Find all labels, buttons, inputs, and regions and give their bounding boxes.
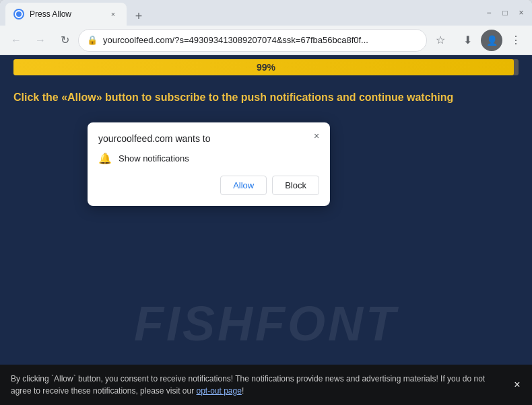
window-close-button[interactable]: × xyxy=(516,7,527,18)
active-tab[interactable]: Press Allow × xyxy=(5,3,127,26)
tab-favicon xyxy=(13,9,24,20)
allow-button[interactable]: Allow xyxy=(220,176,267,195)
tab-close-button[interactable]: × xyxy=(108,9,119,20)
notification-popup: × yourcoolfeed.com wants to 🔔 Show notif… xyxy=(88,122,330,206)
watermark: FISHFONT xyxy=(0,296,532,351)
progress-bar: 99% xyxy=(13,59,519,75)
banner-text-part1: By clicking `Allow` button, you consent … xyxy=(11,374,485,396)
banner-close-button[interactable]: × xyxy=(509,377,525,393)
bell-icon: 🔔 xyxy=(98,152,112,165)
address-text: yourcoolfeed.com/?s=493093413089207074&s… xyxy=(103,35,418,45)
download-button[interactable]: ⬇ xyxy=(457,30,478,51)
forward-button[interactable]: → xyxy=(30,30,51,51)
reload-button[interactable]: ↻ xyxy=(54,30,75,51)
title-bar: Press Allow × + − □ × xyxy=(0,0,532,26)
bookmark-button[interactable]: ☆ xyxy=(430,30,451,51)
new-tab-button[interactable]: + xyxy=(129,7,148,26)
account-icon: 👤 xyxy=(486,35,498,46)
block-button[interactable]: Block xyxy=(272,176,319,195)
window-controls: − □ × xyxy=(484,7,527,18)
tab-area: Press Allow × + xyxy=(5,0,481,26)
popup-title: yourcoolfeed.com wants to xyxy=(98,133,319,144)
address-bar[interactable]: 🔒 yourcoolfeed.com/?s=493093413089207074… xyxy=(78,29,427,52)
cta-text: Click the «Allow» button to subscribe to… xyxy=(0,83,532,112)
popup-buttons: Allow Block xyxy=(98,176,319,195)
browser-window: Press Allow × + − □ × ← → ↻ 🔒 yourcoolfe… xyxy=(0,0,532,405)
progress-bar-container: 99% xyxy=(0,55,532,79)
bottom-banner: By clicking `Allow` button, you consent … xyxy=(0,365,532,405)
back-button[interactable]: ← xyxy=(5,30,27,51)
banner-text-part2: ! xyxy=(242,386,244,396)
popup-notification-row: 🔔 Show notifications xyxy=(98,152,319,165)
maximize-button[interactable]: □ xyxy=(500,7,510,18)
opt-out-link[interactable]: opt-out page xyxy=(196,386,241,396)
cta-label: Click the «Allow» button to subscribe to… xyxy=(13,91,453,103)
toolbar: ← → ↻ 🔒 yourcoolfeed.com/?s=493093413089… xyxy=(0,26,532,55)
minimize-button[interactable]: − xyxy=(484,7,494,18)
notification-label: Show notifications xyxy=(119,153,189,163)
progress-text: 99% xyxy=(257,62,275,73)
menu-button[interactable]: ⋮ xyxy=(505,30,527,51)
popup-close-button[interactable]: × xyxy=(310,129,323,143)
tab-title: Press Allow xyxy=(30,9,102,19)
page-content: 99% Click the «Allow» button to subscrib… xyxy=(0,55,532,405)
lock-icon: 🔒 xyxy=(87,35,98,45)
account-button[interactable]: 👤 xyxy=(481,30,502,51)
